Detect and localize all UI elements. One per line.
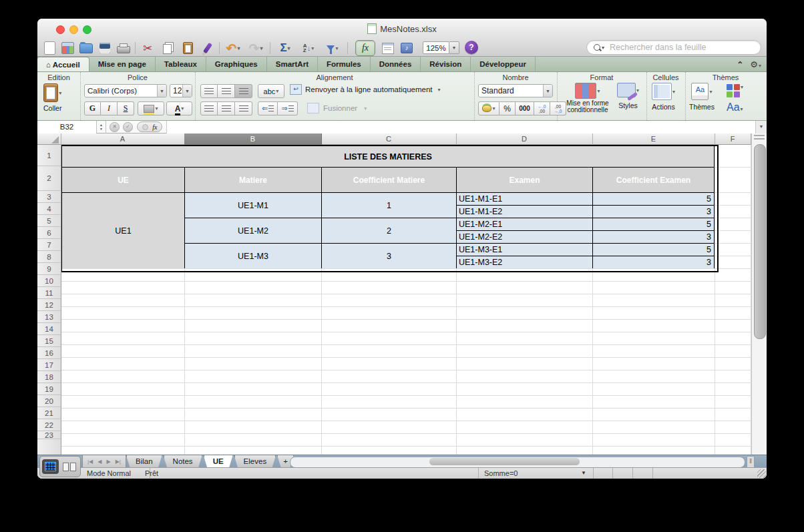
ribbon-tab-graphiques[interactable]: Graphiques [206, 57, 267, 71]
cell-coeff-m3[interactable]: 3 [322, 244, 457, 268]
font-color-dropdown[interactable]: ▾ [181, 105, 184, 111]
fill-color-button[interactable]: ▾ [138, 101, 164, 115]
row-header-8[interactable]: 8 [37, 251, 61, 263]
row-header-9[interactable]: 9 [37, 263, 61, 275]
actions-button[interactable]: ▾ Actions [652, 83, 675, 111]
ribbon-tab-mise-en-page[interactable]: Mise en page [89, 57, 156, 71]
name-box-stepper[interactable]: ▲▼ [97, 121, 106, 134]
print-button[interactable] [115, 41, 132, 55]
redo-button[interactable]: ↷▾ [246, 41, 266, 55]
increase-indent-button[interactable]: ⇒ [278, 101, 298, 115]
paste-button[interactable] [179, 41, 196, 55]
row-header-12[interactable]: 12 [37, 299, 61, 311]
ribbon-tab-tableaux[interactable]: Tableaux [156, 57, 206, 71]
currency-format-button[interactable]: ▾ [478, 101, 499, 115]
sheet-nav-arrow[interactable]: ▶ [106, 459, 110, 465]
column-header-D[interactable]: D [456, 134, 593, 145]
zoom-dropdown[interactable]: ▼ [449, 41, 459, 54]
normal-view-button[interactable] [42, 459, 59, 474]
cut-button[interactable]: ✂ [139, 41, 156, 55]
align-top-button[interactable] [200, 84, 218, 98]
cell-title[interactable]: LISTE DES MATIERES [62, 146, 715, 168]
cell-header-examen[interactable]: Examen [457, 168, 593, 193]
sheet-grid[interactable]: LISTE DES MATIERES UE Matiere Coefficien… [37, 145, 751, 455]
formula-bar-expand[interactable]: ▼ [755, 121, 767, 134]
column-header-F[interactable]: F [715, 134, 751, 145]
italic-button[interactable]: I [101, 101, 118, 115]
row-header-7[interactable]: 7 [37, 239, 61, 251]
row-header-14[interactable]: 14 [37, 323, 61, 335]
copy-button[interactable] [159, 41, 176, 55]
cell-exam[interactable]: UE1-M2-E2 [457, 231, 593, 244]
cell-exam-coef[interactable]: 5 [593, 218, 715, 231]
sheet-tab-ue[interactable]: UE [204, 455, 233, 469]
name-box[interactable]: B32 [37, 121, 97, 134]
cell-exam[interactable]: UE1-M1-E1 [457, 193, 593, 206]
cell-header-coeff-examen[interactable]: Coefficient Examen [593, 168, 715, 193]
decrease-indent-button[interactable]: ⇐ [258, 101, 278, 115]
wrap-text-dropdown[interactable]: ▾ [438, 87, 441, 93]
underline-button[interactable]: S [118, 101, 134, 115]
row-header-23[interactable]: 23 [37, 431, 61, 439]
row-header-4[interactable]: 4 [37, 203, 61, 215]
autosum-button[interactable]: Σ▾ [274, 41, 296, 55]
cell-exam[interactable]: UE1-M1-E2 [457, 206, 593, 218]
split-handle[interactable] [754, 135, 765, 140]
align-left-button[interactable] [200, 101, 218, 115]
cell-matiere-m1[interactable]: UE1-M1 [185, 193, 322, 218]
cell-header-matiere[interactable]: Matiere [185, 168, 322, 193]
media-browser-button[interactable]: ♪ [398, 41, 415, 55]
row-header-21[interactable]: 21 [37, 407, 61, 419]
row-header-20[interactable]: 20 [37, 395, 61, 407]
cell-coeff-m2[interactable]: 2 [322, 218, 457, 244]
ribbon-gear-button[interactable]: ⚙▾ [750, 59, 761, 69]
cell-exam-coef[interactable]: 3 [593, 206, 715, 218]
row-header-2[interactable]: 2 [37, 166, 61, 191]
row-header-15[interactable]: 15 [37, 335, 61, 347]
decrease-decimal-button[interactable]: ←,0,00 [534, 101, 550, 115]
row-header-6[interactable]: 6 [37, 227, 61, 239]
vertical-scrollbar[interactable] [751, 134, 767, 455]
sheet-tab-nav[interactable]: |◀◀▶▶| [82, 455, 126, 469]
sheet-tab-bilan[interactable]: Bilan [126, 455, 162, 469]
cell-exam[interactable]: UE1-M2-E1 [457, 218, 593, 231]
sheet-nav-arrow[interactable]: |◀ [87, 459, 93, 465]
font-color-button[interactable]: A ▾ [166, 101, 192, 115]
font-name-select[interactable]: Calibri (Corps)▼ [84, 84, 167, 97]
sheet-tab-eleves[interactable]: Eleves [234, 455, 276, 469]
row-header-19[interactable]: 19 [37, 383, 61, 395]
row-header-5[interactable]: 5 [37, 215, 61, 227]
align-center-button[interactable] [218, 101, 235, 115]
row-header-16[interactable]: 16 [37, 347, 61, 359]
cell-exam-coef[interactable]: 5 [593, 244, 715, 256]
search-scope-dropdown[interactable]: ▾ [602, 45, 604, 51]
ribbon-tab-accueil[interactable]: ⌂ Accueil [37, 57, 89, 71]
cell-exam[interactable]: UE1-M3-E1 [457, 244, 593, 256]
number-format-select[interactable]: Standard▼ [478, 84, 553, 97]
help-button[interactable]: ? [465, 41, 478, 54]
wrap-text-control[interactable]: ↩ Renvoyer à la ligne automatiquement ▾ [290, 84, 441, 95]
save-button[interactable] [96, 41, 114, 55]
ribbon-tab-développeur[interactable]: Développeur [471, 57, 536, 71]
cell-header-coeff-matiere[interactable]: Coefficient Matiere [322, 168, 457, 193]
column-header-A[interactable]: A [61, 134, 185, 145]
cell-ue1[interactable]: UE1 [62, 193, 185, 268]
row-header-13[interactable]: 13 [37, 311, 61, 323]
row-header-1[interactable]: 1 [37, 145, 61, 166]
percent-format-button[interactable]: % [499, 101, 516, 115]
sort-dropdown[interactable]: ▾ [311, 45, 314, 51]
undo-dropdown[interactable]: ▾ [237, 45, 240, 51]
format-painter-button[interactable] [199, 41, 216, 55]
cell-coeff-m1[interactable]: 1 [322, 193, 457, 218]
cell-header-ue[interactable]: UE [62, 168, 185, 193]
sheet-nav-arrow[interactable]: ▶| [116, 459, 121, 465]
theme-colors-button[interactable]: ▾ [727, 84, 743, 97]
filter-button[interactable]: ▾ [322, 41, 343, 55]
row-header-18[interactable]: 18 [37, 371, 61, 383]
align-bottom-button[interactable] [235, 84, 252, 98]
ribbon-tab-données[interactable]: Données [371, 57, 421, 71]
cell-exam[interactable]: UE1-M3-E2 [457, 256, 593, 268]
zoom-level-value[interactable]: 125% [423, 41, 449, 54]
sheet-tab-notes[interactable]: Notes [164, 455, 202, 469]
row-header-10[interactable]: 10 [37, 275, 61, 287]
